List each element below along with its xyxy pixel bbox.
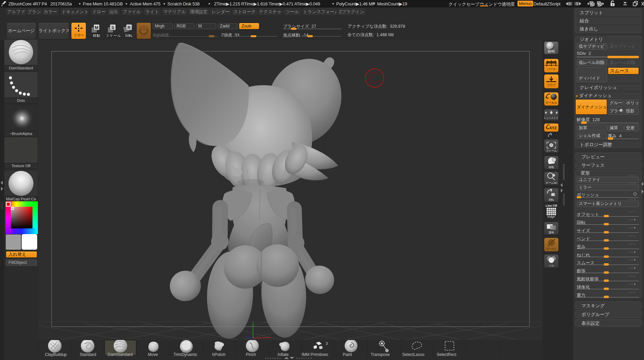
svg-text:Inflate: Inflate xyxy=(278,352,289,357)
svg-text:Transpose: Transpose xyxy=(371,352,390,357)
svg-text:DamStandard: DamStandard xyxy=(108,352,133,357)
svg-text:フロア: フロア xyxy=(547,83,556,87)
svg-text:移動: 移動 xyxy=(93,33,100,38)
svg-text:ソロ: ソロ xyxy=(549,264,554,267)
svg-text:回転: 回転 xyxy=(549,198,554,201)
svg-text:Pinch: Pinch xyxy=(246,352,256,357)
svg-text:ClayBuildup: ClayBuildup xyxy=(45,352,67,357)
svg-text:SelectRect: SelectRect xyxy=(437,352,457,357)
svg-text:パース: パース xyxy=(547,67,556,71)
svg-text:XYZ: XYZ xyxy=(549,126,557,130)
svg-text:Standard: Standard xyxy=(80,352,96,357)
svg-text:回転: 回転 xyxy=(125,33,133,38)
svg-text:S: S xyxy=(111,25,114,30)
svg-text:ゴースト: ゴースト xyxy=(546,247,557,250)
svg-text:IMM Primitives: IMM Primitives xyxy=(302,352,328,357)
svg-text:Paint: Paint xyxy=(343,352,352,357)
svg-text:ズーム3D: ズーム3D xyxy=(546,181,557,184)
svg-text:TrimDynamic: TrimDynamic xyxy=(174,352,197,357)
svg-text:SelectLasso: SelectLasso xyxy=(402,352,424,357)
svg-text:スケール: スケール xyxy=(106,33,121,38)
svg-text:M: M xyxy=(95,25,98,30)
svg-text:ドロー: ドロー xyxy=(74,33,84,37)
svg-text:R: R xyxy=(128,25,131,30)
svg-text:hPolish: hPolish xyxy=(212,352,225,357)
svg-text:Move: Move xyxy=(148,352,158,357)
svg-text:BPR: BPR xyxy=(548,50,555,53)
svg-text:透明: 透明 xyxy=(549,231,554,234)
svg-text:ローカル: ローカル xyxy=(546,101,557,104)
svg-text:3: 3 xyxy=(326,341,328,345)
svg-text:フレーム: フレーム xyxy=(546,149,557,152)
svg-text:L.シンメトリ: L.シンメトリ xyxy=(544,117,558,119)
svg-text:移動: 移動 xyxy=(549,166,554,169)
